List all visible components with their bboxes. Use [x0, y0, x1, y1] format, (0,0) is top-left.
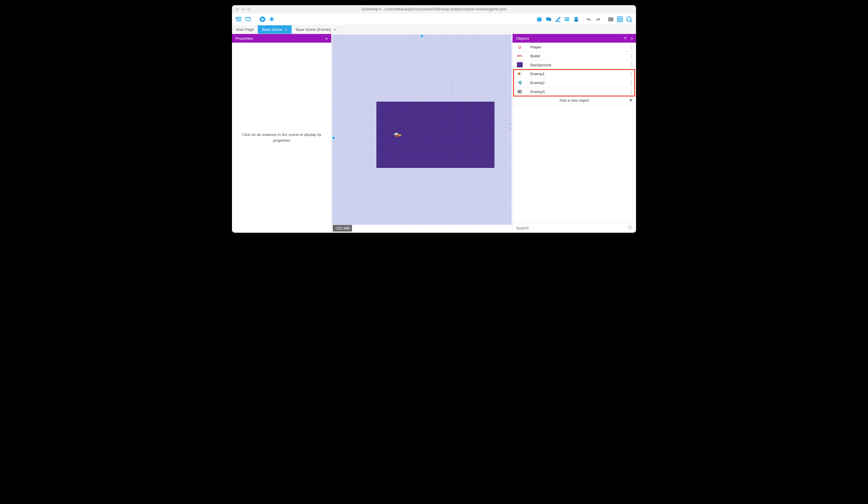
- object-name: Enemy1: [530, 72, 629, 76]
- play-button[interactable]: [258, 15, 267, 23]
- objects-search: [513, 223, 636, 233]
- svg-rect-17: [565, 20, 569, 21]
- object-row-enemy1[interactable]: Enemy1 ⋮: [513, 69, 636, 78]
- open-groups-button[interactable]: [545, 15, 552, 23]
- tab-label: Base Scene: [262, 27, 282, 32]
- kebab-icon[interactable]: ⋮: [629, 80, 633, 85]
- close-icon[interactable]: ×: [631, 36, 633, 41]
- svg-line-11: [273, 18, 274, 19]
- object-row-background[interactable]: Background ⋮: [513, 60, 636, 69]
- open-properties-button[interactable]: [554, 15, 562, 23]
- svg-line-37: [631, 228, 632, 229]
- window-title: GDevelop 5 - /Users/dkarakay/Documents/G…: [232, 7, 636, 11]
- object-row-enemy2[interactable]: Enemy2 ⋮: [513, 78, 636, 87]
- open-objects-button[interactable]: [535, 15, 544, 23]
- svg-rect-20: [611, 20, 612, 20]
- close-icon[interactable]: ×: [285, 27, 288, 32]
- kebab-icon[interactable]: ⋮: [629, 44, 633, 50]
- kebab-icon[interactable]: ⋮: [629, 89, 633, 94]
- redo-button[interactable]: [594, 15, 602, 23]
- kebab-icon[interactable]: ⋮: [629, 62, 633, 68]
- object-name: Enemy2: [530, 81, 629, 85]
- app-window: GDevelop 5 - /Users/dkarakay/Documents/G…: [232, 5, 636, 233]
- properties-panel: Properties × Click on an instance in the…: [232, 34, 332, 233]
- svg-rect-15: [565, 17, 569, 18]
- svg-rect-30: [624, 37, 627, 38]
- objects-header: Objects ×: [513, 34, 636, 43]
- canvas-grid: [332, 34, 512, 225]
- svg-rect-1: [236, 19, 241, 20]
- object-row-enemy3[interactable]: Enemy3 ⋮: [513, 87, 636, 96]
- object-name: Enemy3: [530, 90, 629, 94]
- selection-handle-left[interactable]: [332, 137, 335, 139]
- enemy1-thumb-icon: [516, 71, 524, 77]
- enemy3-thumb-icon: [516, 88, 524, 95]
- player-thumb-icon: [516, 44, 524, 50]
- svg-line-27: [631, 21, 632, 22]
- ruler-tick: [509, 124, 511, 124]
- traffic-close-icon[interactable]: [235, 8, 239, 11]
- svg-rect-0: [236, 17, 241, 18]
- close-icon[interactable]: ×: [325, 36, 328, 41]
- svg-text:1:1: 1:1: [627, 18, 630, 20]
- add-object-button[interactable]: Add a new object +: [513, 96, 636, 105]
- cursor-coordinates: -232;499: [333, 225, 352, 232]
- zoom-button[interactable]: 1:1: [625, 15, 633, 23]
- filter-icon[interactable]: [623, 36, 627, 40]
- debug-button[interactable]: [268, 15, 276, 23]
- tab-bar: Start Page Base Scene × Base Scene (Even…: [232, 26, 636, 34]
- window-controls: [232, 8, 250, 11]
- bullet-thumb-icon: [516, 53, 524, 59]
- traffic-zoom-icon[interactable]: [247, 8, 250, 11]
- panel-title: Objects: [516, 36, 529, 41]
- project-manager-button[interactable]: [235, 15, 243, 23]
- svg-rect-2: [236, 20, 241, 21]
- open-layers-button[interactable]: [572, 15, 580, 23]
- titlebar: GDevelop 5 - /Users/dkarakay/Documents/G…: [232, 5, 636, 13]
- player-instance[interactable]: [393, 131, 403, 139]
- objects-panel: Objects × Player ⋮ Bullet ⋮: [512, 34, 636, 233]
- zoom-fit-button[interactable]: [607, 15, 615, 23]
- tab-base-scene-events[interactable]: Base Scene (Events) ×: [292, 26, 340, 34]
- main-body: Properties × Click on an instance in the…: [232, 34, 636, 233]
- svg-rect-33: [517, 55, 522, 57]
- kebab-icon[interactable]: ⋮: [629, 53, 633, 59]
- tab-label: Base Scene (Events): [296, 27, 331, 32]
- object-name: Bullet: [530, 54, 629, 58]
- svg-rect-31: [624, 38, 626, 38]
- tab-base-scene[interactable]: Base Scene ×: [258, 26, 291, 34]
- svg-rect-6: [246, 18, 250, 18]
- svg-point-29: [396, 134, 397, 135]
- traffic-minimize-icon[interactable]: [241, 8, 245, 11]
- objects-list: Player ⋮ Bullet ⋮ Background ⋮ Enemy1 ⋮: [513, 43, 636, 223]
- kebab-icon[interactable]: ⋮: [629, 71, 633, 77]
- close-icon[interactable]: ×: [334, 27, 336, 32]
- selection-handle-top[interactable]: [421, 34, 423, 38]
- svg-line-9: [269, 18, 270, 19]
- properties-header: Properties ×: [232, 34, 331, 43]
- properties-empty-text: Click on an instance in the scene to dis…: [232, 43, 331, 233]
- svg-rect-8: [270, 18, 273, 21]
- tab-start-page[interactable]: Start Page: [232, 26, 258, 34]
- tab-label: Start Page: [236, 27, 254, 32]
- background-thumb-icon: [516, 62, 524, 68]
- svg-point-36: [629, 226, 631, 228]
- object-name: Background: [530, 63, 629, 67]
- object-name: Player: [530, 45, 629, 49]
- object-row-player[interactable]: Player ⋮: [513, 43, 636, 52]
- enemy2-thumb-icon: [516, 80, 524, 86]
- scene-canvas[interactable]: -232;499: [332, 34, 512, 233]
- svg-rect-3: [236, 18, 237, 19]
- svg-rect-14: [555, 21, 560, 22]
- toolbar: 1:1: [232, 13, 636, 26]
- search-icon[interactable]: [628, 225, 633, 231]
- add-object-label: Add a new object: [559, 98, 589, 102]
- toggle-grid-button[interactable]: [616, 15, 624, 23]
- export-button[interactable]: [244, 15, 252, 23]
- svg-rect-34: [517, 62, 523, 67]
- plus-icon: +: [629, 97, 633, 104]
- open-instances-button[interactable]: [563, 15, 571, 23]
- search-input[interactable]: [516, 226, 628, 230]
- object-row-bullet[interactable]: Bullet ⋮: [513, 52, 636, 60]
- undo-button[interactable]: [585, 15, 593, 23]
